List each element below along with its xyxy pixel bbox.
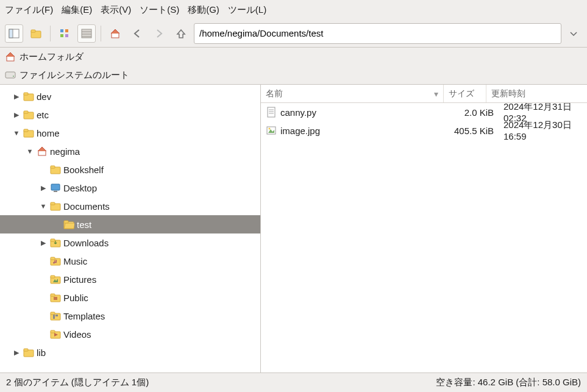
tree-item-pictures[interactable]: Pictures [0,270,260,288]
expander-icon[interactable]: ▼ [12,129,21,137]
column-name[interactable]: 名前▾ [261,85,444,102]
place-filesystem-root[interactable]: ファイルシステムのルート [0,66,587,84]
expander-icon[interactable]: ▼ [26,148,34,155]
menu-file[interactable]: ファイル(F) [5,4,53,16]
tree-item-templates[interactable]: Templates [0,307,260,325]
downloads-icon [50,237,61,248]
file-row[interactable]: image.jpg 405.5 KiB 2024年12月30日 16:59 [261,121,587,140]
file-pane: 名前▾ サイズ 更新時刻 canny.py 2.0 KiB 2024年12月31… [261,85,587,372]
tree-label: test [77,219,91,230]
tree-item-etc[interactable]: ▶etc [0,105,260,124]
forward-button[interactable] [150,24,168,43]
pictures-icon [50,274,61,285]
expander-icon [39,257,48,265]
public-icon [50,292,61,303]
path-bar [194,23,561,44]
path-history-dropdown[interactable] [565,28,582,39]
expander-icon [39,276,48,283]
folder-tree[interactable]: ▶dev ▶etc ▼home ▼negima Bookshelf ▶Deskt… [0,85,261,372]
sidebar-toggle-button[interactable] [5,24,23,43]
expander-icon[interactable]: ▶ [12,93,21,101]
status-free-space: 空き容量: 46.2 GiB (合計: 58.0 GiB) [436,377,581,388]
tree-label: etc [37,110,49,120]
sort-indicator-icon: ▾ [434,89,438,99]
status-item-count: 2 個のアイテム (隠しアイテム 1個) [6,377,149,388]
places-bar: ホームフォルダ ファイルシステムのルート [0,48,587,85]
file-date: 2024年12月30日 16:59 [499,119,587,141]
drive-icon [5,69,16,80]
tree-item-music[interactable]: Music [0,252,260,270]
tree-item-dev[interactable]: ▶dev [0,87,260,105]
file-list[interactable]: canny.py 2.0 KiB 2024年12月31日 02:32 image… [261,103,587,372]
tree-label: Desktop [63,183,97,193]
expander-icon[interactable]: ▶ [12,111,21,119]
file-name: canny.py [280,107,316,118]
menu-bar: ファイル(F) 編集(E) 表示(V) ソート(S) 移動(G) ツール(L) [0,0,587,20]
home-icon [37,146,48,157]
image-file-icon [266,125,277,136]
tree-item-documents[interactable]: ▼Documents [0,197,260,215]
expander-icon [39,312,48,319]
column-modified[interactable]: 更新時刻 [486,85,587,102]
main-area: ▶dev ▶etc ▼home ▼negima Bookshelf ▶Deskt… [0,85,587,372]
folder-icon [23,91,34,102]
menu-sort[interactable]: ソート(S) [140,4,179,16]
tree-label: Pictures [63,274,96,285]
place-label: ファイルシステムのルート [20,69,129,81]
tree-label: lib [37,347,46,358]
tree-item-public[interactable]: Public [0,288,260,307]
menu-tools[interactable]: ツール(L) [228,4,266,16]
expander-icon[interactable]: ▶ [39,239,48,247]
go-home-button[interactable] [106,24,124,43]
tree-item-desktop[interactable]: ▶Desktop [0,179,260,197]
tree-label: Templates [63,311,105,321]
column-size[interactable]: サイズ [444,85,486,102]
menu-go[interactable]: 移動(G) [188,4,219,16]
menu-edit[interactable]: 編集(E) [62,4,92,16]
expander-icon [39,294,48,301]
tree-label: home [37,128,60,138]
tree-label: dev [37,91,51,102]
text-file-icon [266,107,277,118]
place-label: ホームフォルダ [20,51,84,63]
tree-item-home[interactable]: ▼home [0,124,260,142]
folder-icon [23,347,34,358]
expander-icon[interactable]: ▶ [39,184,48,192]
path-input[interactable] [199,28,556,38]
tree-item-videos[interactable]: Videos [0,325,260,343]
music-icon [50,255,61,266]
expander-icon [52,221,61,228]
tree-item-bookshelf[interactable]: Bookshelf [0,160,260,179]
file-size: 405.5 KiB [444,126,499,136]
file-name: image.jpg [280,126,320,136]
file-list-header: 名前▾ サイズ 更新時刻 [261,85,587,103]
tree-label: Documents [63,201,110,212]
folder-icon [23,127,34,138]
toolbar-separator [101,26,101,41]
tree-item-lib[interactable]: ▶lib [0,343,260,362]
expander-icon [39,330,48,338]
tree-item-negima[interactable]: ▼negima [0,142,260,160]
folder-icon [23,109,34,120]
expander-icon[interactable]: ▼ [39,202,48,210]
tree-label: Bookshelf [63,165,104,175]
back-button[interactable] [128,24,146,43]
list-view-button[interactable] [77,24,96,43]
folder-open-icon [63,219,74,230]
file-row[interactable]: canny.py 2.0 KiB 2024年12月31日 02:32 [261,103,587,121]
tree-label: Downloads [63,238,109,248]
place-home[interactable]: ホームフォルダ [0,48,587,66]
column-label: 名前 [266,88,283,99]
up-button[interactable] [172,24,190,43]
expander-icon[interactable]: ▶ [12,349,21,357]
menu-view[interactable]: 表示(V) [101,4,131,16]
tree-item-downloads[interactable]: ▶Downloads [0,233,260,252]
tree-label: Public [63,293,88,303]
videos-icon [50,329,61,340]
tree-item-test[interactable]: test [0,215,260,233]
new-folder-button[interactable] [27,24,45,43]
templates-icon [50,310,61,321]
icon-view-button[interactable] [55,24,74,43]
folder-icon [50,164,61,175]
column-label: サイズ [449,88,474,99]
